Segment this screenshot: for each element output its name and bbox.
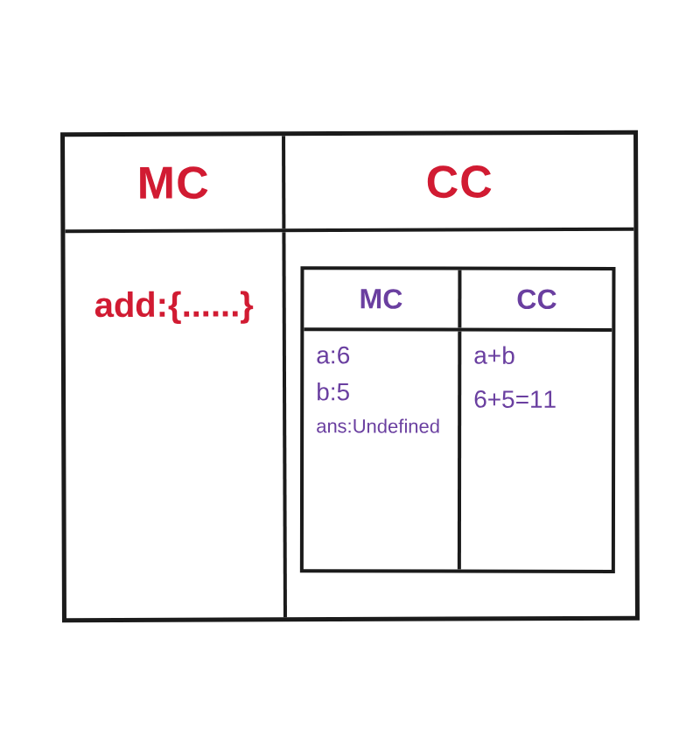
add-function-label: add:{......} (94, 284, 254, 325)
eval-line: 6+5=11 (473, 386, 605, 414)
outer-table: MC CC add:{......} MC CC (60, 130, 640, 622)
inner-header-cc-cell: CC (461, 270, 612, 328)
outer-header-mc-cell: MC (65, 136, 285, 229)
inner-table-header-row: MC CC (304, 270, 612, 332)
outer-table-body-row: add:{......} MC CC a:6 (65, 231, 635, 618)
inner-header-mc-label: MC (359, 283, 402, 315)
var-b-line: b:5 (316, 378, 451, 406)
inner-table-body-row: a:6 b:5 ans:Undefined a+b 6+5=11 (304, 331, 612, 570)
inner-body-cc-cell: a+b 6+5=11 (461, 332, 612, 570)
inner-header-mc-cell: MC (304, 270, 461, 327)
outer-body-mc-cell: add:{......} (65, 232, 287, 618)
inner-header-cc-label: CC (516, 283, 556, 315)
outer-header-cc-cell: CC (285, 135, 634, 228)
var-a-line: a:6 (316, 341, 451, 369)
diagram-canvas: MC CC add:{......} MC CC (0, 0, 700, 751)
var-ans-line: ans:Undefined (316, 415, 451, 438)
outer-header-cc-label: CC (426, 155, 494, 207)
outer-table-header-row: MC CC (65, 135, 634, 233)
outer-body-cc-cell: MC CC a:6 b:5 ans:Undefined (285, 231, 635, 617)
inner-body-mc-cell: a:6 b:5 ans:Undefined (304, 331, 461, 569)
expr-line: a+b (473, 342, 605, 370)
inner-table: MC CC a:6 b:5 ans:Undefined (300, 266, 616, 573)
outer-header-mc-label: MC (137, 157, 210, 209)
